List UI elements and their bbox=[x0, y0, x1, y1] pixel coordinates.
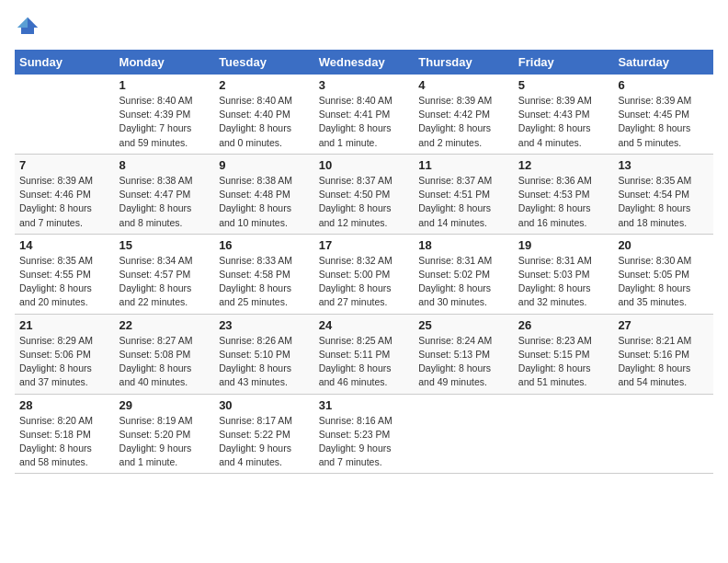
day-info: Sunrise: 8:37 AMSunset: 4:51 PMDaylight:… bbox=[418, 174, 509, 230]
header-monday: Monday bbox=[115, 50, 215, 75]
day-info: Sunrise: 8:40 AMSunset: 4:39 PMDaylight:… bbox=[119, 94, 210, 150]
day-info: Sunrise: 8:39 AMSunset: 4:46 PMDaylight:… bbox=[19, 174, 110, 230]
calendar-cell: 21Sunrise: 8:29 AMSunset: 5:06 PMDayligh… bbox=[15, 314, 115, 394]
day-number: 22 bbox=[119, 318, 210, 332]
calendar-table: SundayMondayTuesdayWednesdayThursdayFrid… bbox=[15, 50, 713, 474]
day-info: Sunrise: 8:33 AMSunset: 4:58 PMDaylight:… bbox=[219, 254, 310, 310]
day-number: 1 bbox=[119, 78, 210, 92]
day-info: Sunrise: 8:39 AMSunset: 4:43 PMDaylight:… bbox=[518, 94, 609, 150]
calendar-cell bbox=[15, 75, 115, 154]
day-info: Sunrise: 8:31 AMSunset: 5:03 PMDaylight:… bbox=[518, 254, 609, 310]
day-number: 20 bbox=[618, 238, 709, 252]
calendar-cell: 19Sunrise: 8:31 AMSunset: 5:03 PMDayligh… bbox=[514, 234, 614, 314]
day-info: Sunrise: 8:35 AMSunset: 4:54 PMDaylight:… bbox=[618, 174, 709, 230]
day-info: Sunrise: 8:39 AMSunset: 4:45 PMDaylight:… bbox=[618, 94, 709, 150]
day-info: Sunrise: 8:30 AMSunset: 5:05 PMDaylight:… bbox=[618, 254, 709, 310]
day-info: Sunrise: 8:26 AMSunset: 5:10 PMDaylight:… bbox=[219, 334, 310, 390]
day-number: 26 bbox=[518, 318, 609, 332]
calendar-cell: 17Sunrise: 8:32 AMSunset: 5:00 PMDayligh… bbox=[314, 234, 415, 314]
calendar-cell: 29Sunrise: 8:19 AMSunset: 5:20 PMDayligh… bbox=[115, 394, 215, 474]
calendar-cell: 25Sunrise: 8:24 AMSunset: 5:13 PMDayligh… bbox=[414, 314, 514, 394]
day-info: Sunrise: 8:23 AMSunset: 5:15 PMDaylight:… bbox=[518, 334, 609, 390]
header-tuesday: Tuesday bbox=[214, 50, 314, 75]
day-number: 3 bbox=[319, 78, 410, 92]
day-info: Sunrise: 8:40 AMSunset: 4:40 PMDaylight:… bbox=[219, 94, 310, 150]
calendar-cell: 5Sunrise: 8:39 AMSunset: 4:43 PMDaylight… bbox=[514, 75, 614, 154]
day-number: 12 bbox=[518, 158, 609, 172]
day-number: 13 bbox=[618, 158, 709, 172]
header-wednesday: Wednesday bbox=[314, 50, 415, 75]
calendar-cell: 23Sunrise: 8:26 AMSunset: 5:10 PMDayligh… bbox=[214, 314, 314, 394]
calendar-cell: 24Sunrise: 8:25 AMSunset: 5:11 PMDayligh… bbox=[314, 314, 415, 394]
day-info: Sunrise: 8:16 AMSunset: 5:23 PMDaylight:… bbox=[319, 414, 410, 470]
day-info: Sunrise: 8:34 AMSunset: 4:57 PMDaylight:… bbox=[119, 254, 210, 310]
svg-marker-1 bbox=[17, 17, 28, 28]
day-info: Sunrise: 8:25 AMSunset: 5:11 PMDaylight:… bbox=[319, 334, 410, 390]
day-number: 16 bbox=[219, 238, 310, 252]
day-info: Sunrise: 8:40 AMSunset: 4:41 PMDaylight:… bbox=[319, 94, 410, 150]
week-row-4: 28Sunrise: 8:20 AMSunset: 5:18 PMDayligh… bbox=[15, 394, 713, 474]
day-number: 23 bbox=[219, 318, 310, 332]
header-friday: Friday bbox=[514, 50, 614, 75]
week-row-2: 14Sunrise: 8:35 AMSunset: 4:55 PMDayligh… bbox=[15, 234, 713, 314]
day-number: 5 bbox=[518, 78, 609, 92]
day-number: 24 bbox=[319, 318, 410, 332]
day-info: Sunrise: 8:29 AMSunset: 5:06 PMDaylight:… bbox=[19, 334, 110, 390]
svg-marker-0 bbox=[28, 17, 38, 28]
day-info: Sunrise: 8:39 AMSunset: 4:42 PMDaylight:… bbox=[418, 94, 509, 150]
calendar-cell bbox=[414, 394, 514, 474]
calendar-cell: 7Sunrise: 8:39 AMSunset: 4:46 PMDaylight… bbox=[15, 154, 115, 234]
header-saturday: Saturday bbox=[613, 50, 713, 75]
week-row-0: 1Sunrise: 8:40 AMSunset: 4:39 PMDaylight… bbox=[15, 75, 713, 154]
calendar-cell: 31Sunrise: 8:16 AMSunset: 5:23 PMDayligh… bbox=[314, 394, 415, 474]
day-number: 18 bbox=[418, 238, 509, 252]
day-number: 29 bbox=[119, 398, 210, 412]
day-number: 4 bbox=[418, 78, 509, 92]
day-info: Sunrise: 8:27 AMSunset: 5:08 PMDaylight:… bbox=[119, 334, 210, 390]
calendar-cell: 18Sunrise: 8:31 AMSunset: 5:02 PMDayligh… bbox=[414, 234, 514, 314]
day-info: Sunrise: 8:19 AMSunset: 5:20 PMDaylight:… bbox=[119, 414, 210, 470]
calendar-cell: 28Sunrise: 8:20 AMSunset: 5:18 PMDayligh… bbox=[15, 394, 115, 474]
calendar-cell: 20Sunrise: 8:30 AMSunset: 5:05 PMDayligh… bbox=[613, 234, 713, 314]
day-info: Sunrise: 8:21 AMSunset: 5:16 PMDaylight:… bbox=[618, 334, 709, 390]
calendar-header-row: SundayMondayTuesdayWednesdayThursdayFrid… bbox=[15, 50, 713, 75]
calendar-cell: 8Sunrise: 8:38 AMSunset: 4:47 PMDaylight… bbox=[115, 154, 215, 234]
calendar-cell: 22Sunrise: 8:27 AMSunset: 5:08 PMDayligh… bbox=[115, 314, 215, 394]
calendar-cell: 10Sunrise: 8:37 AMSunset: 4:50 PMDayligh… bbox=[314, 154, 415, 234]
day-number: 9 bbox=[219, 158, 310, 172]
day-info: Sunrise: 8:20 AMSunset: 5:18 PMDaylight:… bbox=[19, 414, 110, 470]
day-number: 10 bbox=[319, 158, 410, 172]
day-info: Sunrise: 8:17 AMSunset: 5:22 PMDaylight:… bbox=[219, 414, 310, 470]
day-info: Sunrise: 8:31 AMSunset: 5:02 PMDaylight:… bbox=[418, 254, 509, 310]
calendar-cell: 30Sunrise: 8:17 AMSunset: 5:22 PMDayligh… bbox=[214, 394, 314, 474]
calendar-cell: 12Sunrise: 8:36 AMSunset: 4:53 PMDayligh… bbox=[514, 154, 614, 234]
calendar-cell: 14Sunrise: 8:35 AMSunset: 4:55 PMDayligh… bbox=[15, 234, 115, 314]
day-number: 28 bbox=[19, 398, 110, 412]
day-info: Sunrise: 8:38 AMSunset: 4:48 PMDaylight:… bbox=[219, 174, 310, 230]
svg-rect-2 bbox=[21, 28, 34, 34]
day-number: 11 bbox=[418, 158, 509, 172]
day-number: 17 bbox=[319, 238, 410, 252]
logo-icon bbox=[15, 15, 40, 40]
logo bbox=[15, 15, 44, 40]
week-row-1: 7Sunrise: 8:39 AMSunset: 4:46 PMDaylight… bbox=[15, 154, 713, 234]
day-number: 27 bbox=[618, 318, 709, 332]
header-thursday: Thursday bbox=[414, 50, 514, 75]
calendar-cell: 4Sunrise: 8:39 AMSunset: 4:42 PMDaylight… bbox=[414, 75, 514, 154]
day-number: 19 bbox=[518, 238, 609, 252]
day-number: 7 bbox=[19, 158, 110, 172]
calendar-cell: 13Sunrise: 8:35 AMSunset: 4:54 PMDayligh… bbox=[613, 154, 713, 234]
day-info: Sunrise: 8:37 AMSunset: 4:50 PMDaylight:… bbox=[319, 174, 410, 230]
calendar-cell: 27Sunrise: 8:21 AMSunset: 5:16 PMDayligh… bbox=[613, 314, 713, 394]
day-info: Sunrise: 8:38 AMSunset: 4:47 PMDaylight:… bbox=[119, 174, 210, 230]
calendar-cell: 3Sunrise: 8:40 AMSunset: 4:41 PMDaylight… bbox=[314, 75, 415, 154]
page-header bbox=[15, 15, 713, 40]
calendar-cell bbox=[613, 394, 713, 474]
calendar-cell: 6Sunrise: 8:39 AMSunset: 4:45 PMDaylight… bbox=[613, 75, 713, 154]
calendar-cell: 2Sunrise: 8:40 AMSunset: 4:40 PMDaylight… bbox=[214, 75, 314, 154]
header-sunday: Sunday bbox=[15, 50, 115, 75]
day-info: Sunrise: 8:35 AMSunset: 4:55 PMDaylight:… bbox=[19, 254, 110, 310]
day-number: 14 bbox=[19, 238, 110, 252]
day-info: Sunrise: 8:36 AMSunset: 4:53 PMDaylight:… bbox=[518, 174, 609, 230]
day-number: 30 bbox=[219, 398, 310, 412]
